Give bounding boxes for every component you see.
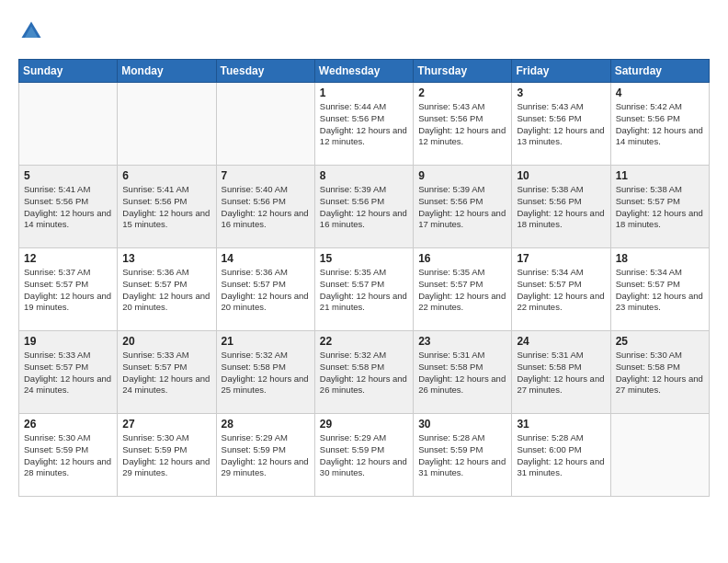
day-number: 3 [517,86,605,99]
day-number: 15 [320,252,408,265]
day-number: 1 [320,86,408,99]
day-info: Sunrise: 5:44 AM Sunset: 5:56 PM Dayligh… [320,101,408,148]
day-number: 27 [122,418,210,431]
day-info: Sunrise: 5:36 AM Sunset: 5:57 PM Dayligh… [222,267,310,314]
day-info: Sunrise: 5:40 AM Sunset: 5:56 PM Dayligh… [222,184,310,231]
day-number: 18 [616,252,704,265]
calendar-day-cell: 1Sunrise: 5:44 AM Sunset: 5:56 PM Daylig… [314,83,413,166]
calendar-day-cell: 21Sunrise: 5:32 AM Sunset: 5:58 PM Dayli… [216,331,314,414]
calendar-day-cell: 9Sunrise: 5:39 AM Sunset: 5:56 PM Daylig… [414,166,512,248]
calendar-day-cell: 26Sunrise: 5:30 AM Sunset: 5:59 PM Dayli… [19,414,118,497]
day-number: 30 [418,418,506,431]
day-number: 24 [517,335,605,348]
day-number: 25 [616,335,704,348]
day-info: Sunrise: 5:30 AM Sunset: 5:58 PM Dayligh… [616,350,704,396]
day-number: 16 [418,252,506,265]
day-number: 14 [222,252,310,265]
day-info: Sunrise: 5:35 AM Sunset: 5:57 PM Dayligh… [418,267,506,314]
calendar-day-cell: 8Sunrise: 5:39 AM Sunset: 5:56 PM Daylig… [314,166,413,248]
day-info: Sunrise: 5:34 AM Sunset: 5:57 PM Dayligh… [517,267,605,314]
calendar-day-cell: 31Sunrise: 5:28 AM Sunset: 6:00 PM Dayli… [512,414,610,497]
day-info: Sunrise: 5:37 AM Sunset: 5:57 PM Dayligh… [24,267,112,314]
calendar-week-row: 1Sunrise: 5:44 AM Sunset: 5:56 PM Daylig… [19,83,710,166]
calendar-day-cell: 13Sunrise: 5:36 AM Sunset: 5:57 PM Dayli… [118,248,216,331]
day-info: Sunrise: 5:42 AM Sunset: 5:56 PM Dayligh… [616,101,704,148]
weekday-header-saturday: Saturday [610,60,709,83]
day-number: 9 [418,169,506,182]
calendar-day-cell [118,83,216,166]
day-info: Sunrise: 5:29 AM Sunset: 5:59 PM Dayligh… [320,432,408,479]
calendar-day-cell [216,83,314,166]
day-number: 7 [222,169,310,182]
day-info: Sunrise: 5:32 AM Sunset: 5:58 PM Dayligh… [320,350,408,396]
weekday-header-tuesday: Tuesday [216,60,314,83]
calendar-week-row: 26Sunrise: 5:30 AM Sunset: 5:59 PM Dayli… [19,414,710,497]
calendar-day-cell: 12Sunrise: 5:37 AM Sunset: 5:57 PM Dayli… [19,248,118,331]
logo-icon [18,18,44,44]
calendar-day-cell [19,83,118,166]
day-number: 12 [24,252,112,265]
day-info: Sunrise: 5:41 AM Sunset: 5:56 PM Dayligh… [122,184,210,231]
day-info: Sunrise: 5:30 AM Sunset: 5:59 PM Dayligh… [24,432,112,479]
calendar-day-cell: 15Sunrise: 5:35 AM Sunset: 5:57 PM Dayli… [314,248,413,331]
calendar-day-cell: 5Sunrise: 5:41 AM Sunset: 5:56 PM Daylig… [19,166,118,248]
day-info: Sunrise: 5:38 AM Sunset: 5:57 PM Dayligh… [616,184,704,231]
day-number: 28 [222,418,310,431]
calendar-day-cell: 25Sunrise: 5:30 AM Sunset: 5:58 PM Dayli… [610,331,709,414]
day-info: Sunrise: 5:30 AM Sunset: 5:59 PM Dayligh… [122,432,210,479]
day-number: 22 [320,335,408,348]
day-number: 21 [222,335,310,348]
day-number: 11 [616,169,704,182]
day-number: 6 [122,169,210,182]
day-number: 5 [24,169,112,182]
day-info: Sunrise: 5:29 AM Sunset: 5:59 PM Dayligh… [222,432,310,479]
day-number: 4 [616,86,704,99]
day-info: Sunrise: 5:31 AM Sunset: 5:58 PM Dayligh… [517,350,605,396]
day-info: Sunrise: 5:28 AM Sunset: 6:00 PM Dayligh… [517,432,605,479]
calendar-day-cell: 6Sunrise: 5:41 AM Sunset: 5:56 PM Daylig… [118,166,216,248]
day-number: 13 [122,252,210,265]
calendar-day-cell: 10Sunrise: 5:38 AM Sunset: 5:56 PM Dayli… [512,166,610,248]
calendar-day-cell: 16Sunrise: 5:35 AM Sunset: 5:57 PM Dayli… [414,248,512,331]
day-info: Sunrise: 5:39 AM Sunset: 5:56 PM Dayligh… [418,184,506,231]
weekday-header-sunday: Sunday [19,60,118,83]
day-info: Sunrise: 5:41 AM Sunset: 5:56 PM Dayligh… [24,184,112,231]
day-info: Sunrise: 5:31 AM Sunset: 5:58 PM Dayligh… [418,350,506,396]
day-number: 8 [320,169,408,182]
day-info: Sunrise: 5:35 AM Sunset: 5:57 PM Dayligh… [320,267,408,314]
day-number: 19 [24,335,112,348]
calendar-day-cell: 27Sunrise: 5:30 AM Sunset: 5:59 PM Dayli… [118,414,216,497]
day-info: Sunrise: 5:32 AM Sunset: 5:58 PM Dayligh… [222,350,310,396]
calendar-week-row: 5Sunrise: 5:41 AM Sunset: 5:56 PM Daylig… [19,166,710,248]
day-number: 31 [517,418,605,431]
day-info: Sunrise: 5:36 AM Sunset: 5:57 PM Dayligh… [122,267,210,314]
calendar-day-cell: 23Sunrise: 5:31 AM Sunset: 5:58 PM Dayli… [414,331,512,414]
day-info: Sunrise: 5:34 AM Sunset: 5:57 PM Dayligh… [616,267,704,314]
day-info: Sunrise: 5:33 AM Sunset: 5:57 PM Dayligh… [24,350,112,396]
weekday-header-friday: Friday [512,60,610,83]
calendar-day-cell: 28Sunrise: 5:29 AM Sunset: 5:59 PM Dayli… [216,414,314,497]
calendar-day-cell: 29Sunrise: 5:29 AM Sunset: 5:59 PM Dayli… [314,414,413,497]
calendar-day-cell: 4Sunrise: 5:42 AM Sunset: 5:56 PM Daylig… [610,83,709,166]
calendar-day-cell: 22Sunrise: 5:32 AM Sunset: 5:58 PM Dayli… [314,331,413,414]
weekday-header-thursday: Thursday [414,60,512,83]
calendar-table: SundayMondayTuesdayWednesdayThursdayFrid… [18,59,710,497]
calendar-day-cell: 7Sunrise: 5:40 AM Sunset: 5:56 PM Daylig… [216,166,314,248]
day-number: 10 [517,169,605,182]
calendar-day-cell: 19Sunrise: 5:33 AM Sunset: 5:57 PM Dayli… [19,331,118,414]
day-info: Sunrise: 5:38 AM Sunset: 5:56 PM Dayligh… [517,184,605,231]
day-number: 17 [517,252,605,265]
day-number: 29 [320,418,408,431]
logo [18,18,48,44]
calendar-day-cell: 3Sunrise: 5:43 AM Sunset: 5:56 PM Daylig… [512,83,610,166]
day-info: Sunrise: 5:43 AM Sunset: 5:56 PM Dayligh… [418,101,506,148]
calendar-day-cell [610,414,709,497]
page-header [18,18,710,44]
day-info: Sunrise: 5:33 AM Sunset: 5:57 PM Dayligh… [122,350,210,396]
calendar-day-cell: 24Sunrise: 5:31 AM Sunset: 5:58 PM Dayli… [512,331,610,414]
calendar-day-cell: 2Sunrise: 5:43 AM Sunset: 5:56 PM Daylig… [414,83,512,166]
calendar-day-cell: 20Sunrise: 5:33 AM Sunset: 5:57 PM Dayli… [118,331,216,414]
weekday-header-monday: Monday [118,60,216,83]
day-info: Sunrise: 5:43 AM Sunset: 5:56 PM Dayligh… [517,101,605,148]
calendar-day-cell: 17Sunrise: 5:34 AM Sunset: 5:57 PM Dayli… [512,248,610,331]
